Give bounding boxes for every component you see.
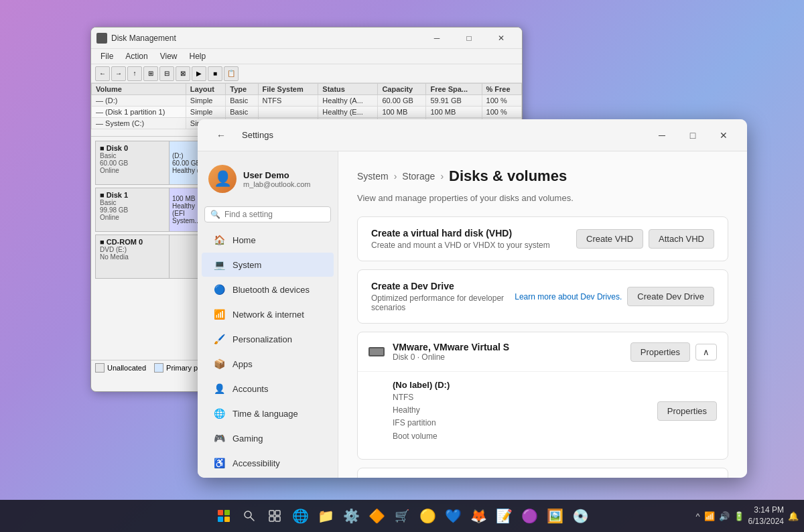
disk-taskbar-icon[interactable]: 💿 [568,504,592,528]
breadcrumb-storage[interactable]: Storage [402,171,435,182]
taskbar-date-display: 6/13/2024 [748,516,784,527]
search-box[interactable]: 🔍 [204,206,331,222]
settings-window: ← Settings ─ □ ✕ 👤 User Demo m_lab@outlo… [198,119,747,478]
sidebar-item-accounts[interactable]: 👤 Accounts [202,377,334,401]
dev-drive-desc: Optimized performance for developer scen… [371,293,515,312]
settings-taskbar-icon[interactable]: ⚙️ [339,504,363,528]
taskbar-datetime[interactable]: 3:14 PM 6/13/2024 [748,505,784,527]
accounts-icon: 👤 [212,382,226,395]
settings-main: System › Storage › Disks & volumes View … [338,151,747,478]
personalization-icon: 🖌️ [212,332,226,346]
sidebar-item-personalization[interactable]: 🖌️ Personalization [202,327,334,351]
volume-d-properties-button[interactable]: Properties [657,401,717,421]
toolbar-btn3[interactable]: ⊠ [176,66,190,81]
page-subtitle: View and manage properties of your disks… [357,193,728,203]
search-icon: 🔍 [210,210,220,219]
settings-title: Settings [242,130,647,140]
page-title: Disks & volumes [449,168,567,185]
settings-back-button[interactable]: ← [206,125,237,146]
disk-mgmt-title: Disk Management [111,34,421,43]
disk-vmware-s-properties-button[interactable]: Properties [630,342,690,362]
breadcrumb-system[interactable]: System [357,171,389,182]
col-volume: Volume [92,84,186,95]
menu-view[interactable]: View [155,50,183,62]
sidebar-item-label: Network & internet [232,310,304,320]
ubuntu-taskbar-icon[interactable]: 🔶 [364,504,389,528]
sidebar-item-home[interactable]: 🏠 Home [202,228,334,252]
store-taskbar-icon[interactable]: 🛒 [390,504,414,528]
sidebar-item-network[interactable]: 📶 Network & internet [202,302,334,326]
sidebar-item-privacy[interactable]: 🔒 Privacy & security [202,476,334,478]
taskbar-center: 🌐 📁 ⚙️ 🔶 🛒 🟡 💙 🦊 📝 🟣 🖼️ 💿 [212,504,592,528]
toolbar-forward[interactable]: → [111,66,126,81]
attach-vhd-button[interactable]: Attach VHD [649,229,714,249]
sidebar-item-bluetooth[interactable]: 🔵 Bluetooth & devices [202,277,334,302]
table-row[interactable]: — (D:) Simple Basic NTFS Healthy (A... 6… [92,95,522,107]
toolbar-up[interactable]: ↑ [127,66,142,81]
toolbar-btn4[interactable]: ▶ [192,66,206,81]
edge-taskbar-icon[interactable]: 🌐 [288,504,312,528]
user-email: m_lab@outlook.com [243,180,310,188]
windows-logo-button[interactable] [212,504,236,528]
taskbar-battery-icon[interactable]: 🔋 [734,511,744,521]
taskbar-notification-icon[interactable]: 🔔 [788,511,799,521]
sidebar-item-system[interactable]: 💻 System [202,253,334,277]
firefox-taskbar-icon[interactable]: 🦊 [466,504,490,528]
task-view-button[interactable] [263,504,287,528]
taskbar-network-icon[interactable]: 📶 [704,511,715,521]
disk-mgmt-close-button[interactable]: ✕ [486,28,517,48]
system-icon: 💻 [212,258,226,271]
settings-minimize-button[interactable]: ─ [647,125,677,146]
sidebar-item-label: Bluetooth & devices [232,285,310,295]
toolbar-btn1[interactable]: ⊞ [143,66,158,81]
disk-mgmt-maximize-button[interactable]: □ [454,28,484,48]
disk-mgmt-window-buttons: ─ □ ✕ [421,28,517,48]
menu-help[interactable]: Help [184,50,212,62]
sidebar-item-apps[interactable]: 📦 Apps [202,352,334,376]
toolbar-back[interactable]: ← [95,66,110,81]
disk-section-nvme: VMware Virtual NVMe Disk Disk 1 · Online… [357,468,728,478]
app1-taskbar-icon[interactable]: 🟡 [415,504,440,528]
teams-taskbar-icon[interactable]: 🟣 [517,504,541,528]
edge2-taskbar-icon[interactable]: 💙 [441,504,465,528]
menu-file[interactable]: File [95,50,119,62]
settings-close-button[interactable]: ✕ [708,125,739,146]
svg-rect-5 [275,517,280,521]
create-dev-drive-button[interactable]: Create Dev Drive [627,287,714,306]
disk-vmware-s-collapse-button[interactable]: ∧ [695,344,717,360]
taskbar-chevron[interactable]: ^ [696,511,700,521]
learn-more-link[interactable]: Learn more about Dev Drives. [515,292,622,302]
taskbar-time-display: 3:14 PM [748,505,784,516]
disk-mgmt-minimize-button[interactable]: ─ [421,28,452,48]
sidebar-item-gaming[interactable]: 🎮 Gaming [202,426,334,450]
col-filesystem: File System [258,84,318,95]
toolbar-btn5[interactable]: ■ [208,66,222,81]
create-vhd-button[interactable]: Create VHD [576,229,643,249]
photo-taskbar-icon[interactable]: 🖼️ [543,504,567,528]
menu-action[interactable]: Action [120,50,153,62]
volume-row-d: (No label) (D:) NTFSHealthyIFS partition… [393,372,717,451]
settings-maximize-button[interactable]: □ [677,125,708,146]
dev-drive-card: Create a Dev Drive Optimized performance… [357,269,728,324]
legend-unallocated-label: Unallocated [107,364,146,372]
user-name: User Demo [243,170,310,180]
dev-drive-title: Create a Dev Drive [371,281,515,291]
explorer-taskbar-icon[interactable]: 📁 [314,504,338,528]
table-row[interactable]: — (Disk 1 partition 1) Simple Basic Heal… [92,107,522,118]
taskbar-sound-icon[interactable]: 🔊 [719,511,730,521]
toolbar-properties[interactable]: 📋 [224,66,239,81]
notepad-taskbar-icon[interactable]: 📝 [492,504,516,528]
sidebar-item-time[interactable]: 🌐 Time & language [202,401,334,425]
search-input[interactable] [224,210,325,219]
sidebar-item-label: System [232,260,261,270]
vhd-desc: Create and mount a VHD or VHDX to your s… [371,241,576,250]
search-taskbar-button[interactable] [237,504,261,528]
col-layout: Layout [186,84,225,95]
sidebar-item-accessibility[interactable]: ♿ Accessibility [202,451,334,475]
legend-primary-box [154,363,163,373]
legend-unallocated-box [95,363,105,373]
disk-mgmt-toolbar: ← → ↑ ⊞ ⊟ ⊠ ▶ ■ 📋 [91,64,522,83]
volume-d-detail: NTFSHealthyIFS partitionBoot volume [393,391,450,443]
toolbar-btn2[interactable]: ⊟ [159,66,174,81]
disk-mgmt-menubar: File Action View Help [91,49,522,64]
